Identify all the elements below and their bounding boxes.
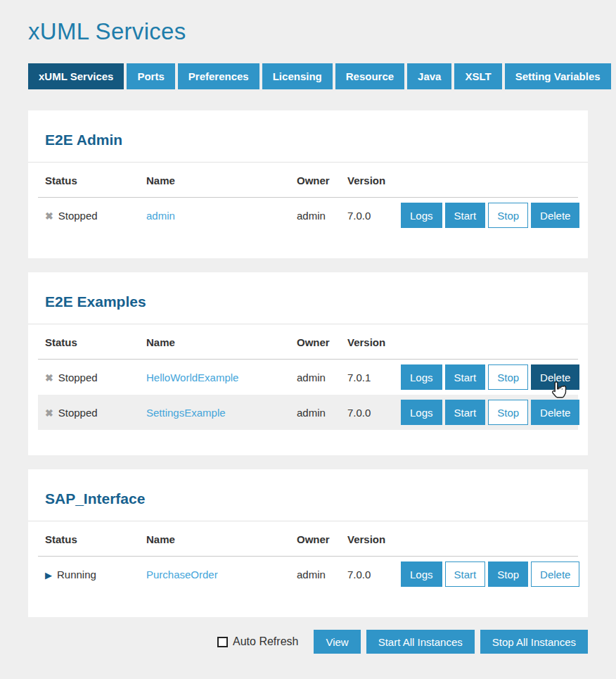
table-row: ✖Stopped SettingsExample admin 7.0.0 Log… xyxy=(38,395,578,430)
services-table: Status Name Owner Version ✖Stopped admin… xyxy=(38,163,578,233)
view-button[interactable]: View xyxy=(314,630,360,654)
delete-button[interactable]: Delete xyxy=(531,364,579,390)
table-row: ▶Running PurchaseOrder admin 7.0.0 Logs … xyxy=(38,557,578,592)
version-cell: 7.0.0 xyxy=(347,395,401,430)
stop-button[interactable]: Stop xyxy=(488,561,528,587)
services-table: Status Name Owner Version ▶Running Purch… xyxy=(38,521,578,592)
page-title: xUML Services xyxy=(28,18,588,45)
column-header-name: Name xyxy=(146,324,297,360)
version-cell: 7.0.1 xyxy=(347,360,401,395)
auto-refresh-control[interactable]: Auto Refresh xyxy=(217,635,298,648)
version-cell: 7.0.0 xyxy=(347,198,401,234)
tab-resource[interactable]: Resource xyxy=(335,63,404,89)
column-header-status: Status xyxy=(38,163,146,198)
tab-bar: xUML Services Ports Preferences Licensin… xyxy=(28,63,588,89)
version-cell: 7.0.0 xyxy=(347,557,401,592)
status-label: Running xyxy=(57,569,96,580)
logs-button[interactable]: Logs xyxy=(401,400,442,425)
tab-xuml-services[interactable]: xUML Services xyxy=(28,63,124,89)
stopped-x-icon: ✖ xyxy=(45,210,53,222)
stop-all-instances-button[interactable]: Stop All Instances xyxy=(480,630,588,654)
xuml-services-page: xUML Services xUML Services Ports Prefer… xyxy=(0,18,616,654)
stop-button[interactable]: Stop xyxy=(488,400,528,425)
logs-button[interactable]: Logs xyxy=(401,364,442,390)
status-cell: ✖Stopped xyxy=(38,360,146,395)
section-e2e-admin: E2E Admin Status Name Owner Version xyxy=(28,110,588,258)
tab-xslt[interactable]: XSLT xyxy=(454,63,501,89)
table-row: ✖Stopped admin admin 7.0.0 Logs Start St… xyxy=(38,198,578,234)
column-header-status: Status xyxy=(38,324,146,360)
section-sap-interface: SAP_Interface Status Name Owner Version xyxy=(28,469,588,617)
tab-licensing[interactable]: Licensing xyxy=(262,63,333,89)
section-title: SAP_Interface xyxy=(45,490,571,507)
start-button[interactable]: Start xyxy=(445,400,486,425)
start-button[interactable]: Start xyxy=(445,561,486,587)
status-cell: ✖Stopped xyxy=(38,198,146,234)
section-e2e-examples: E2E Examples Status Name Owner Version xyxy=(28,272,588,455)
service-name-link[interactable]: HelloWorldExample xyxy=(146,372,238,383)
table-row: ✖Stopped HelloWorldExample admin 7.0.1 L… xyxy=(38,360,578,395)
status-cell: ✖Stopped xyxy=(38,395,146,430)
tab-preferences[interactable]: Preferences xyxy=(178,63,259,89)
logs-button[interactable]: Logs xyxy=(401,203,442,228)
delete-button[interactable]: Delete xyxy=(531,561,579,587)
service-name-link[interactable]: SettingsExample xyxy=(146,407,226,419)
column-header-owner: Owner xyxy=(297,324,347,360)
column-header-name: Name xyxy=(146,163,297,198)
owner-cell: admin xyxy=(297,395,347,430)
status-cell: ▶Running xyxy=(38,557,146,592)
start-all-instances-button[interactable]: Start All Instances xyxy=(366,630,475,654)
tab-setting-variables[interactable]: Setting Variables xyxy=(505,63,611,89)
column-header-version: Version xyxy=(347,521,401,557)
section-title: E2E Admin xyxy=(45,132,571,148)
tab-java[interactable]: Java xyxy=(407,63,451,89)
owner-cell: admin xyxy=(297,198,347,234)
delete-button[interactable]: Delete xyxy=(531,400,579,425)
column-header-owner: Owner xyxy=(297,521,347,557)
owner-cell: admin xyxy=(297,557,347,592)
service-name-link[interactable]: admin xyxy=(146,210,175,222)
status-label: Stopped xyxy=(58,407,98,419)
auto-refresh-label: Auto Refresh xyxy=(233,635,298,648)
column-header-name: Name xyxy=(146,521,297,557)
delete-button[interactable]: Delete xyxy=(531,203,579,228)
footer-actions: Auto Refresh View Start All Instances St… xyxy=(28,630,588,654)
stop-button[interactable]: Stop xyxy=(488,203,528,228)
stopped-x-icon: ✖ xyxy=(45,407,53,419)
owner-cell: admin xyxy=(297,360,347,395)
column-header-version: Version xyxy=(347,163,401,198)
column-header-owner: Owner xyxy=(297,163,347,198)
logs-button[interactable]: Logs xyxy=(401,561,442,587)
start-button[interactable]: Start xyxy=(445,364,486,390)
running-play-icon: ▶ xyxy=(45,570,52,580)
section-title: E2E Examples xyxy=(45,293,571,310)
tab-ports[interactable]: Ports xyxy=(127,63,174,89)
stop-button[interactable]: Stop xyxy=(488,364,528,390)
status-label: Stopped xyxy=(58,372,98,383)
status-label: Stopped xyxy=(58,210,98,222)
auto-refresh-checkbox[interactable] xyxy=(217,637,228,647)
column-header-status: Status xyxy=(38,521,146,557)
column-header-version: Version xyxy=(347,324,401,360)
services-table: Status Name Owner Version ✖Stopped Hello… xyxy=(38,324,578,430)
start-button[interactable]: Start xyxy=(445,203,486,228)
service-name-link[interactable]: PurchaseOrder xyxy=(146,569,218,580)
stopped-x-icon: ✖ xyxy=(45,372,53,383)
